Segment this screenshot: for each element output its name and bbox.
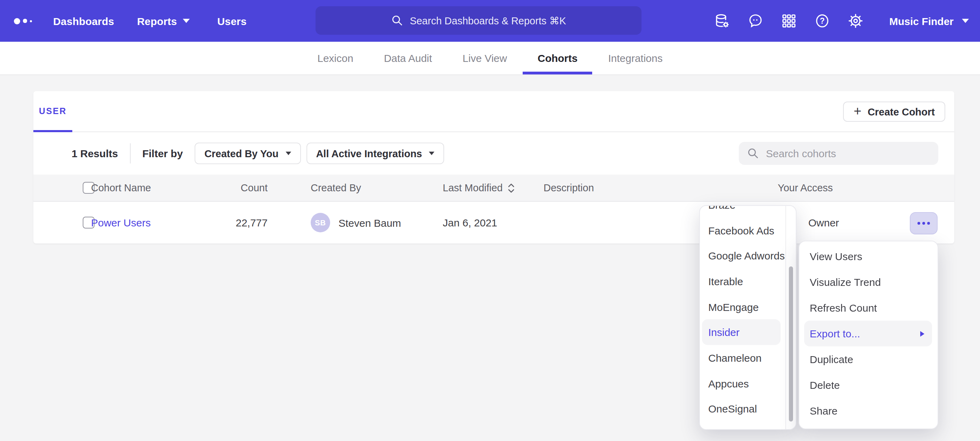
integrations-filter-dropdown[interactable]: All Active Integrations: [306, 142, 444, 164]
tab-integrations[interactable]: Integrations: [593, 42, 677, 74]
settings-gear-icon[interactable]: [848, 13, 864, 29]
data-settings-icon[interactable]: [714, 13, 731, 29]
section-tabs: Lexicon Data Audit Live View Cohorts Int…: [0, 42, 980, 75]
menu-item-share[interactable]: Share: [799, 398, 938, 423]
create-cohort-button[interactable]: + Create Cohort: [843, 102, 945, 122]
apps-grid-icon[interactable]: [781, 13, 797, 29]
table-header: Cohort Name Count Created By Last Modifi…: [33, 174, 954, 202]
menu-item-moengage[interactable]: MoEngage: [700, 294, 796, 320]
sort-icon[interactable]: [508, 182, 515, 193]
menu-item-export-to[interactable]: Export to...: [804, 321, 932, 347]
filter-by-label: Filter by: [142, 147, 183, 159]
search-icon: [391, 14, 403, 26]
scrollbar-thumb[interactable]: [789, 267, 793, 422]
menu-item-appcues[interactable]: Appcues: [700, 371, 796, 396]
created-by-cell: SB Steven Baum: [311, 213, 401, 232]
cohort-count: 22,777: [200, 217, 267, 228]
col-last-modified[interactable]: Last Modified: [443, 182, 515, 193]
tab-lexicon[interactable]: Lexicon: [303, 42, 368, 74]
col-cohort-name: Cohort Name: [91, 182, 151, 193]
menu-item-braze[interactable]: Braze: [700, 205, 796, 217]
mixpanel-logo-icon[interactable]: [14, 18, 32, 24]
row-actions-menu: View Users Visualize Trend Refresh Count…: [799, 241, 938, 429]
chevron-down-icon: [962, 19, 969, 23]
feedback-icon[interactable]: [748, 13, 764, 29]
cohort-search-input[interactable]: Search cohorts: [739, 142, 938, 165]
tab-live-view[interactable]: Live View: [448, 42, 522, 74]
chevron-down-icon: [183, 19, 189, 23]
menu-item-onesignal[interactable]: OneSignal: [700, 396, 796, 422]
col-count: Count: [200, 182, 267, 193]
menu-item-insider[interactable]: Insider: [702, 320, 781, 345]
global-search-input[interactable]: Search Dashboards & Reports ⌘K: [315, 6, 641, 35]
created-by-filter-dropdown[interactable]: Created By You: [195, 142, 301, 164]
creator-name: Steven Baum: [339, 217, 401, 228]
cohort-type-bar: USER + Create Cohort: [33, 91, 954, 132]
divider: [130, 143, 130, 163]
table-row: Power Users 22,777 SB Steven Baum Jan 6,…: [33, 202, 954, 243]
cohorts-toolbar: 1 Results Filter by Created By You All A…: [33, 132, 954, 174]
last-modified-cell: Jan 6, 2021: [443, 217, 497, 228]
chevron-down-icon: [285, 152, 291, 155]
menu-item-facebook-ads[interactable]: Facebook Ads: [700, 217, 796, 243]
nav-right-cluster: ? Music Finder: [697, 13, 969, 29]
menu-item-view-users[interactable]: View Users: [799, 243, 938, 269]
global-search-placeholder: Search Dashboards & Reports ⌘K: [410, 15, 566, 26]
help-icon[interactable]: ?: [814, 13, 831, 29]
tab-user-cohorts[interactable]: USER: [33, 91, 72, 131]
dot-icon: [927, 222, 930, 224]
menu-item-duplicate[interactable]: Duplicate: [799, 347, 938, 372]
search-icon: [747, 147, 759, 159]
project-selector[interactable]: Music Finder: [889, 15, 969, 27]
tab-data-audit[interactable]: Data Audit: [369, 42, 447, 74]
dot-icon: [918, 222, 920, 224]
dot-icon: [922, 222, 925, 224]
app-window: Dashboards Reports Users Search Dashboar…: [0, 0, 980, 441]
submenu-arrow-icon: [920, 331, 924, 336]
results-count: 1 Results: [72, 147, 118, 159]
access-cell: Owner: [808, 217, 839, 228]
menu-item-chameleon[interactable]: Chameleon: [700, 345, 796, 371]
nav-item-users[interactable]: Users: [217, 15, 247, 27]
scrollbar-track: [785, 206, 786, 429]
menu-item-iterable[interactable]: Iterable: [700, 268, 796, 294]
row-actions-button[interactable]: [910, 212, 938, 234]
chevron-down-icon: [429, 152, 435, 155]
menu-item-refresh-count[interactable]: Refresh Count: [799, 295, 938, 321]
tab-cohorts[interactable]: Cohorts: [523, 42, 592, 74]
col-description: Description: [544, 182, 594, 193]
col-your-access: Your Access: [778, 182, 833, 193]
menu-item-delete[interactable]: Delete: [799, 372, 938, 398]
nav-item-dashboards[interactable]: Dashboards: [53, 15, 114, 27]
menu-item-visualize-trend[interactable]: Visualize Trend: [799, 269, 938, 295]
export-integrations-menu: Braze Facebook Ads Google Adwords Iterab…: [699, 205, 797, 430]
nav-item-reports[interactable]: Reports: [137, 15, 189, 27]
top-nav: Dashboards Reports Users Search Dashboar…: [0, 0, 980, 42]
col-created-by: Created By: [311, 182, 361, 193]
cohort-search-placeholder: Search cohorts: [766, 147, 836, 159]
cohorts-card: USER + Create Cohort 1 Results Filter by…: [33, 91, 954, 243]
cohort-name-link[interactable]: Power Users: [91, 217, 151, 228]
menu-item-google-adwords[interactable]: Google Adwords: [700, 243, 796, 268]
plus-icon: +: [853, 104, 861, 118]
svg-text:?: ?: [820, 16, 825, 26]
avatar: SB: [311, 213, 330, 232]
